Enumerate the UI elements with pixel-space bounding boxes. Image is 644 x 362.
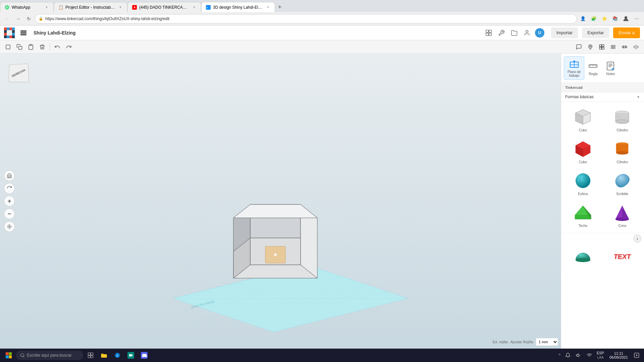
user-notification-button[interactable] bbox=[521, 27, 533, 39]
workplane-tool[interactable]: Plano detrabajo bbox=[564, 56, 584, 80]
tab-whatsapp[interactable]: W WhatsApp × bbox=[0, 2, 54, 12]
language-indicator[interactable]: ESP LAA bbox=[595, 351, 605, 359]
collections-icon[interactable]: 📚 bbox=[610, 14, 620, 23]
scene-svg: plano de trabajo bbox=[146, 171, 415, 339]
svg-rect-38 bbox=[602, 47, 604, 49]
undo-tool[interactable] bbox=[52, 42, 63, 52]
grid-size-select[interactable]: 1 mm 0.5 mm 2 mm 5 mm bbox=[536, 338, 558, 346]
network-icon[interactable] bbox=[585, 351, 594, 360]
svg-line-141 bbox=[23, 356, 24, 357]
user-avatar-button[interactable]: U bbox=[534, 27, 546, 39]
extensions-icon[interactable]: 🧩 bbox=[589, 14, 598, 23]
group-tool[interactable] bbox=[596, 42, 607, 52]
tab-youtube-close[interactable]: × bbox=[192, 5, 197, 10]
distribute-tool[interactable] bbox=[619, 42, 630, 52]
edge-button[interactable] bbox=[111, 349, 123, 361]
ruler-icon bbox=[588, 61, 598, 71]
shape-item-text3d[interactable]: TEXT TEXT bbox=[603, 244, 642, 269]
avatar-icon[interactable] bbox=[621, 14, 631, 23]
shape-item-roof[interactable]: Techo bbox=[564, 200, 602, 230]
shape-item-cylinder-orange[interactable]: Cilindro bbox=[603, 136, 642, 167]
svg-rect-18 bbox=[12, 33, 15, 36]
svg-rect-8 bbox=[7, 27, 9, 30]
hamburger-menu[interactable] bbox=[17, 27, 30, 39]
volume-icon[interactable] bbox=[574, 351, 583, 360]
tab-youtube[interactable]: (445) DADO TINKERCAD - YouTu... × bbox=[127, 2, 201, 12]
tab-tinkercad-close[interactable]: × bbox=[265, 5, 271, 10]
shape-item-sphere[interactable]: Esfera bbox=[564, 168, 602, 198]
svg-point-83 bbox=[274, 253, 277, 256]
tab-instructables-close[interactable]: × bbox=[118, 5, 123, 10]
mirror-tool[interactable] bbox=[631, 42, 641, 52]
align-tool[interactable] bbox=[608, 42, 619, 52]
profile-icon[interactable]: 👤 bbox=[578, 14, 588, 23]
chevron-icon[interactable]: ^ bbox=[558, 353, 560, 358]
viewport[interactable]: DERECHA + − bbox=[0, 54, 561, 349]
project-name[interactable]: Shiny Lahdi-Elzing bbox=[34, 30, 75, 36]
shape-item-cone[interactable]: Cono bbox=[603, 200, 642, 230]
notes-icon bbox=[605, 61, 616, 71]
notification-center[interactable] bbox=[563, 351, 573, 360]
ruler-tool[interactable]: Regla bbox=[584, 59, 602, 78]
scene-3d: plano de trabajo bbox=[0, 54, 561, 349]
svg-point-133 bbox=[576, 258, 590, 262]
start-button[interactable] bbox=[3, 349, 15, 361]
shape-item-cylinder-gray[interactable]: Cilindro bbox=[603, 104, 642, 135]
browser-toolbar: 👤 🧩 ⭐ 📚 ⋯ bbox=[578, 14, 641, 23]
pin-tool[interactable] bbox=[585, 42, 596, 52]
file-explorer-button[interactable] bbox=[98, 349, 110, 361]
svg-rect-144 bbox=[88, 356, 91, 358]
search-bar[interactable]: Escribe aquí para buscar bbox=[16, 351, 83, 360]
redo-tool[interactable] bbox=[63, 42, 74, 52]
sphere-preview bbox=[573, 171, 593, 191]
tab-whatsapp-close[interactable]: × bbox=[44, 5, 49, 10]
folder-button[interactable] bbox=[508, 27, 520, 39]
svg-point-30 bbox=[526, 30, 528, 33]
comment-tool[interactable] bbox=[574, 42, 584, 52]
refresh-button[interactable]: ↻ bbox=[24, 14, 34, 23]
tools-button[interactable] bbox=[495, 27, 507, 39]
copy-tool[interactable] bbox=[14, 42, 25, 52]
send-button[interactable]: Enviar a bbox=[613, 27, 640, 38]
ruler-label: Regla bbox=[589, 72, 597, 76]
new-tab-button[interactable]: + bbox=[275, 2, 284, 12]
tab-instructables[interactable]: 📋 Project Editor - Instructables × bbox=[54, 2, 127, 12]
forward-button[interactable]: → bbox=[13, 14, 23, 23]
svg-rect-136 bbox=[6, 352, 9, 355]
more-icon[interactable]: ⋯ bbox=[632, 14, 641, 23]
action-center[interactable] bbox=[632, 351, 641, 360]
import-button[interactable]: Importar bbox=[551, 27, 578, 38]
roof-label: Techo bbox=[578, 224, 587, 228]
system-icons: ^ bbox=[557, 353, 562, 358]
svg-rect-17 bbox=[9, 33, 12, 36]
grid-view-button[interactable] bbox=[483, 27, 495, 39]
select-tool[interactable] bbox=[3, 42, 13, 52]
svg-rect-137 bbox=[9, 352, 12, 355]
tab-tinkercad-title: 3D design Shiny Lahdi-Elzing | Ti... bbox=[213, 5, 263, 10]
meet-button[interactable] bbox=[125, 349, 137, 361]
shape-item-scribble[interactable]: Scribble bbox=[603, 168, 642, 198]
shape-item-cube-red[interactable]: Cubo bbox=[564, 136, 602, 167]
notes-tool[interactable]: Notes bbox=[602, 59, 619, 78]
discord-button[interactable] bbox=[138, 349, 150, 361]
task-view-button[interactable] bbox=[85, 349, 97, 361]
favorites-icon[interactable]: ⭐ bbox=[600, 14, 609, 23]
system-clock[interactable]: 11:11 06/09/2021 bbox=[607, 351, 631, 359]
shape-item-halfsphere[interactable] bbox=[564, 244, 602, 269]
delete-tool[interactable] bbox=[37, 42, 48, 52]
scroll-right-btn[interactable]: › bbox=[561, 233, 644, 244]
paste-tool[interactable] bbox=[25, 42, 36, 52]
tab-tinkercad[interactable]: T 3D design Shiny Lahdi-Elzing | Ti... × bbox=[201, 2, 275, 12]
shapes-grid: Cubo Cilindro bbox=[561, 102, 644, 233]
svg-rect-23 bbox=[21, 31, 26, 32]
back-button[interactable]: ← bbox=[3, 14, 12, 23]
svg-point-123 bbox=[616, 151, 628, 155]
svg-marker-79 bbox=[233, 204, 317, 218]
tinkercad-logo[interactable] bbox=[4, 27, 15, 38]
export-button[interactable]: Exportar bbox=[582, 27, 609, 38]
svg-rect-13 bbox=[9, 30, 12, 33]
url-bar[interactable]: 🔒 https://www.tinkercad.com/things/bjiOu… bbox=[35, 14, 577, 23]
category-dropdown[interactable]: Formas básicas ▼ bbox=[561, 93, 644, 102]
shape-item-cube-gray[interactable]: Cubo bbox=[564, 104, 602, 135]
more-shapes: TEXT TEXT bbox=[561, 244, 644, 272]
